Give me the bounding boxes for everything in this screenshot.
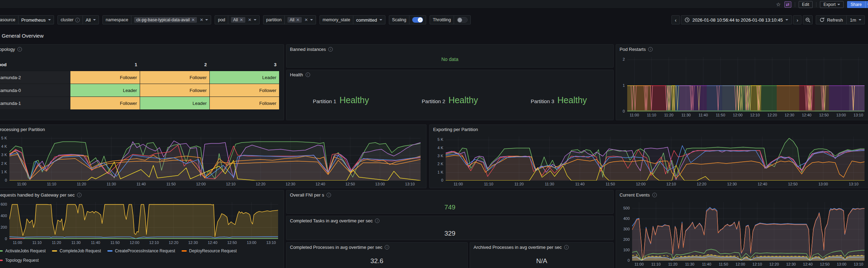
panel-processing: Processing per Partition 01 K2 K3 K4 K5 … [0, 124, 427, 188]
topology-row: camunda-0LeaderFollowerFollower [0, 84, 279, 97]
info-icon[interactable]: i [75, 18, 80, 22]
info-icon[interactable]: i [17, 47, 22, 52]
x-axis-tick: 13:10 [851, 113, 866, 117]
info-icon[interactable]: i [564, 245, 569, 250]
y-axis-tick: 2 K [432, 162, 443, 166]
x-axis-tick: 11:40 [696, 113, 711, 117]
column-header: 3 [210, 60, 279, 71]
info-icon[interactable]: i [306, 72, 310, 77]
x-axis-tick: 11:40 [572, 182, 587, 186]
pod-filter: pod All✕ ✕ [215, 15, 259, 24]
legend-item[interactable]: DeployResource Request [182, 246, 237, 255]
info-icon[interactable]: i [328, 47, 333, 52]
cluster-select[interactable]: All [83, 17, 99, 23]
memory-state-select[interactable]: committed [353, 17, 385, 23]
x-axis-tick: 11:10 [481, 182, 496, 186]
panel-title: Exporting per Partition [433, 127, 478, 132]
pod-tag[interactable]: All✕ [231, 17, 245, 23]
topology-row: camunda-1FollowerLeaderFollower [0, 97, 279, 110]
star-icon[interactable]: ☆ [776, 2, 781, 7]
datasource-select[interactable]: Prometheus [18, 17, 54, 23]
edit-button[interactable]: Edit [799, 1, 813, 8]
x-axis-tick: 11:20 [49, 240, 64, 245]
partition-health: Partition 1Healthy [313, 95, 369, 105]
chevron-down-icon[interactable] [254, 19, 256, 21]
scaling-filter: Scaling ✓ [389, 15, 426, 24]
panel-gateway-requests: Requests handled by Gateway per seci 020… [0, 190, 284, 268]
refresh-interval-select[interactable]: 1m [847, 17, 865, 23]
namespace-tag[interactable]: ck-pg-base-typical-data-avail✕ [134, 17, 197, 23]
x-axis-tick: 11:00 [631, 262, 647, 266]
info-icon[interactable]: i [652, 193, 657, 197]
y-axis-tick: 2 [619, 57, 625, 61]
memory-state-filter: memory_state committed [320, 15, 385, 24]
namespace-label: namespace [103, 16, 131, 24]
x-axis-tick: 13:10 [402, 182, 417, 186]
divider [816, 2, 816, 7]
y-axis-tick: 1 [619, 83, 625, 87]
x-axis-tick: 13:10 [263, 240, 279, 245]
remove-tag-icon[interactable]: ✕ [191, 17, 195, 22]
pod-name-cell: camunda-0 [0, 84, 70, 97]
remove-tag-icon[interactable]: ✕ [296, 17, 300, 22]
x-axis-tick: 13:10 [846, 182, 861, 186]
partition-health: Partition 3Healthy [531, 95, 587, 105]
legend-item[interactable]: Topology Request [0, 255, 39, 265]
x-axis-tick: 11:20 [512, 182, 527, 186]
swap-arrows-icon[interactable]: ⇄ [784, 1, 791, 8]
role-cell: Follower [210, 97, 279, 110]
x-axis-tick: 12:20 [166, 240, 181, 245]
datasource-filter: Datasource Prometheus [0, 15, 54, 24]
clear-filter-icon[interactable]: ✕ [200, 17, 203, 22]
zoom-out-button[interactable] [803, 15, 813, 24]
legend-item[interactable]: CreateProcessInstance Request [107, 246, 175, 255]
y-axis-tick: 400 [0, 214, 7, 218]
panel-exporting: Exporting per Partition 01 K2 K3 K4 K5 K… [429, 124, 868, 188]
scaling-toggle[interactable]: ✓ [412, 17, 423, 23]
partition-tag[interactable]: All✕ [287, 17, 301, 23]
clock-icon [685, 17, 690, 22]
legend-item[interactable]: ActivateJobs Request [0, 246, 46, 255]
panel-title: Current Events [620, 192, 650, 198]
chevron-down-icon [48, 19, 51, 21]
info-icon[interactable]: i [648, 47, 653, 52]
gateway-legend: ActivateJobs RequestCompleteJob RequestC… [0, 246, 281, 265]
datasource-label: Datasource [0, 16, 18, 24]
y-axis-tick: 500 [619, 206, 630, 210]
clear-filter-icon[interactable]: ✕ [248, 17, 252, 22]
panel-title: Health [290, 72, 303, 77]
info-icon[interactable]: i [327, 193, 331, 197]
legend-color-dash [52, 250, 57, 252]
column-header: pod [0, 60, 70, 71]
chevron-down-icon [785, 19, 788, 21]
x-axis-tick: 11:20 [74, 182, 89, 186]
throttling-label: Throttling [430, 16, 454, 24]
refresh-button[interactable]: Refresh [816, 16, 847, 24]
time-range-picker[interactable]: 2026-01-08 10:56:44 to 2026-01-08 13:10:… [681, 15, 792, 24]
x-axis-tick: 12:30 [185, 240, 201, 245]
memory-state-label: memory_state [320, 16, 353, 24]
chevron-down-icon [93, 19, 96, 21]
x-axis-tick: 12:00 [127, 240, 142, 245]
pod-name-cell: camunda-1 [0, 97, 70, 110]
time-forward-button[interactable]: › [793, 15, 801, 24]
gateway-chart: 020040060011:0011:1011:2011:3011:4011:50… [0, 200, 281, 245]
x-axis-tick: 11:20 [665, 262, 681, 266]
legend-color-dash [0, 250, 3, 252]
share-dropdown-button[interactable] [865, 1, 868, 8]
row-general-overview[interactable]: General Overview [0, 31, 44, 40]
export-button[interactable]: Export [820, 1, 844, 8]
info-icon[interactable]: i [375, 219, 379, 223]
chevron-down-icon[interactable] [310, 19, 313, 21]
share-button[interactable]: Share [847, 1, 865, 8]
info-icon[interactable]: i [77, 193, 82, 197]
legend-item[interactable]: CompleteJob Request [52, 246, 101, 255]
remove-tag-icon[interactable]: ✕ [240, 17, 243, 22]
time-back-button[interactable]: ‹ [671, 15, 680, 24]
pod-name-cell: camunda-2 [0, 71, 70, 84]
info-icon[interactable]: i [385, 245, 389, 250]
chevron-down-icon[interactable] [205, 19, 208, 21]
x-axis-tick: 12:20 [253, 182, 268, 186]
throttling-toggle[interactable] [457, 17, 468, 23]
clear-filter-icon[interactable]: ✕ [305, 17, 308, 22]
